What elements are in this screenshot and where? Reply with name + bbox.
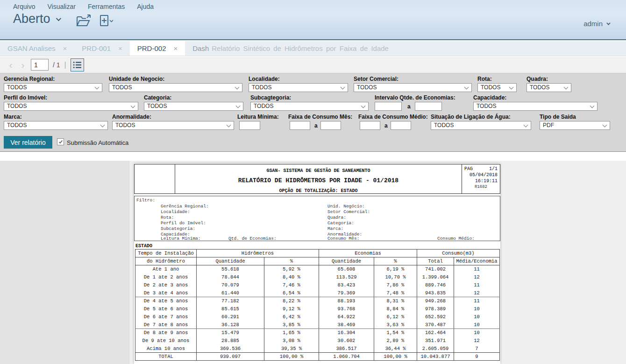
report-table-cell: De 6 ate 7 anos xyxy=(135,313,197,321)
close-icon[interactable]: × xyxy=(173,44,178,52)
report-table-cell: 85.615 xyxy=(197,305,264,313)
report-filter-bottom: Leitura Mínima:Qtd. de Economias:Consumo… xyxy=(135,236,501,242)
report-table-cell: 9 xyxy=(454,353,500,361)
filter-select-rota[interactable]: TODOS xyxy=(477,83,517,92)
user-menu[interactable]: admin xyxy=(583,20,609,28)
filter-select-localidade[interactable]: TODOS xyxy=(249,83,348,92)
report-table-cell: 7,46 % xyxy=(264,281,319,289)
next-page-button[interactable]: › xyxy=(17,59,29,71)
filter-label-perfil: Perfil do Imóvel: xyxy=(4,94,47,101)
filter-select-perfil[interactable]: TODOS xyxy=(4,102,138,111)
chevron-down-icon xyxy=(606,21,610,25)
report-table-cell: 10 xyxy=(454,305,500,313)
report-table-row: Acima 10 anos369.53639,35 %386.51736,44 … xyxy=(135,345,500,353)
filter-input-consumo-medio-from[interactable] xyxy=(360,121,380,130)
filter-select-tipo-saida[interactable]: PDF xyxy=(540,121,610,130)
tab-prd-002[interactable]: PRD-002 × xyxy=(130,41,185,56)
report-table-cell: 2,89 % xyxy=(374,337,417,345)
report-filter-label: Qtd. de Economias: xyxy=(228,236,277,241)
auto-submit-checkbox[interactable] xyxy=(57,138,64,145)
report-table-cell: De 7 ate 8 anos xyxy=(135,321,197,329)
previous-page-button[interactable]: ‹ xyxy=(5,59,17,71)
close-icon[interactable]: × xyxy=(118,44,122,52)
filter-input-consumo-mes-from[interactable] xyxy=(290,121,310,130)
report-table-row: De 4 ate 5 anos77.1828,22 %88.1938,31 %9… xyxy=(135,297,500,305)
list-icon xyxy=(73,61,81,69)
chevron-down-icon xyxy=(509,85,514,90)
view-report-button[interactable]: Ver relatório xyxy=(4,136,52,149)
column-header: Média/Economia xyxy=(454,257,500,265)
chevron-down-icon xyxy=(564,85,569,90)
filter-select-unidade[interactable]: TODOS xyxy=(109,83,242,92)
user-menu-label: admin xyxy=(583,20,603,28)
report-table-cell: 36.128 xyxy=(197,321,264,329)
filter-select-setor[interactable]: TODOS xyxy=(354,83,472,92)
filter-label-gerencia: Gerencia Regional: xyxy=(4,76,55,82)
filter-input-leitura[interactable] xyxy=(239,121,260,130)
close-icon[interactable]: × xyxy=(63,44,67,52)
open-folder-icon xyxy=(76,14,91,27)
report-filter-label: Quadra: xyxy=(327,215,370,221)
filter-input-intervalo-from[interactable] xyxy=(375,102,402,111)
filter-select-subcategoria[interactable]: TODOS xyxy=(250,102,369,111)
filter-input-consumo-mes-to[interactable] xyxy=(320,121,341,130)
filter-select-marca[interactable]: TODOS xyxy=(4,121,108,130)
tab-gsan-analises[interactable]: GSAN Analises × xyxy=(0,41,74,56)
tab-dash[interactable]: Dash xyxy=(185,41,212,56)
report-table-cell: 6,42 % xyxy=(264,313,319,321)
report-page: GSAN- SISTEMA DE GESTÃO DE SANEAMENTO RE… xyxy=(134,164,500,364)
select-value: TODOS xyxy=(477,103,496,109)
report-filter-right: Unid. Negócio:Setor Comercial:Quadra:Cat… xyxy=(327,204,370,237)
report-table-row: De 3 ate 4 anos61.4406,54 %79.3697,48 %9… xyxy=(135,289,500,297)
menu-ajuda[interactable]: Ajuda xyxy=(137,3,154,10)
report-list-button[interactable] xyxy=(71,58,84,71)
document-title: Relatório Sintético de Hidrômetros por F… xyxy=(212,44,389,52)
tab-prd-001[interactable]: PRD-001 × xyxy=(74,41,129,56)
viewer-side-area xyxy=(0,161,129,364)
open-menu-button[interactable]: Aberto xyxy=(13,12,60,26)
filter-select-capacidade[interactable]: TODOS xyxy=(473,102,598,111)
report-viewer: GSAN- SISTEMA DE GESTÃO DE SANEAMENTO RE… xyxy=(0,161,626,364)
report-table-cell: 8,22 % xyxy=(264,297,319,305)
filter-select-situacao[interactable]: TODOS xyxy=(431,121,531,130)
new-document-button[interactable] xyxy=(99,14,113,29)
menu-visualizar[interactable]: Visualizar xyxy=(47,3,75,10)
filter-select-gerencia[interactable]: TODOS xyxy=(4,83,102,92)
report-table-cell: TOTAL xyxy=(135,353,197,361)
column-header: % xyxy=(374,257,417,265)
report-filter-label: Rota: xyxy=(161,215,209,221)
header-toolbar xyxy=(76,14,113,29)
filter-input-intervalo-to[interactable] xyxy=(415,102,442,111)
report-logo-box xyxy=(135,164,175,193)
report-table-row: De 8 ate 9 anos15.4791,65 %16.3041,54 %1… xyxy=(135,329,500,337)
menu-arquivo[interactable]: Arquivo xyxy=(13,3,35,10)
report-table-cell: 7,48 % xyxy=(374,289,417,297)
report-section-label: ESTADO xyxy=(135,243,152,249)
select-value: TODOS xyxy=(115,122,135,128)
filter-select-quadra[interactable]: TODOS xyxy=(526,83,571,92)
spacer xyxy=(0,152,626,161)
range-separator: a xyxy=(407,103,411,110)
report-table-cell: 79.369 xyxy=(319,289,374,297)
select-value: TODOS xyxy=(112,84,132,91)
filter-select-categoria[interactable]: TODOS xyxy=(144,102,243,111)
chevron-down-icon xyxy=(56,15,61,21)
report-table-cell: 113.529 xyxy=(319,273,374,281)
report-org-line: GSAN- SISTEMA DE GESTÃO DE SANEAMENTO xyxy=(175,168,462,173)
report-table-cell: 64.922 xyxy=(319,313,374,321)
report-table-cell: 5,92 % xyxy=(264,265,319,273)
report-filter-label: Perfil do Imóvel: xyxy=(161,221,209,226)
filter-select-anormalidade[interactable]: TODOS xyxy=(112,121,234,130)
filter-input-consumo-medio-to[interactable] xyxy=(391,121,411,130)
report-table-cell: De 5 ate 6 anos xyxy=(135,305,197,313)
report-table-cell: De 8 ate 9 anos xyxy=(135,329,197,337)
filter-label-marca: Marca: xyxy=(4,114,22,120)
report-table-cell: 88.193 xyxy=(319,297,374,305)
page-number-input[interactable] xyxy=(31,59,49,71)
report-table: Tempo de Instalação Hidrômetros Economia… xyxy=(135,249,500,361)
open-folder-button[interactable] xyxy=(76,14,91,29)
menu-ferramentas[interactable]: Ferramentas xyxy=(88,3,125,10)
report-table-cell: 65.608 xyxy=(319,265,374,273)
report-filter-label: Setor Comercial: xyxy=(327,209,370,215)
report-table-row: De 9 ate 10 anos28.8853,08 %30.6022,89 %… xyxy=(135,337,500,345)
